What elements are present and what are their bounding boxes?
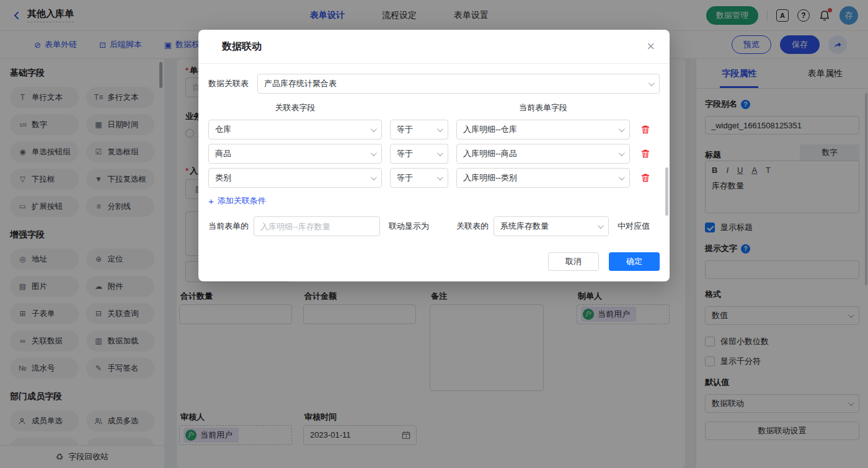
cond-op-select[interactable]: 等于	[390, 144, 448, 164]
suffix-label: 中对应值	[618, 221, 650, 232]
rel-field-select[interactable]: 系统库存数量	[494, 216, 609, 236]
add-condition-link[interactable]: + 添加关联条件	[208, 195, 266, 206]
chevron-down-icon	[437, 126, 443, 132]
chevron-down-icon	[437, 174, 443, 180]
col-right-header: 当前表单字段	[456, 102, 630, 115]
chevron-down-icon	[598, 223, 604, 229]
plus-icon: +	[208, 196, 214, 206]
cond-left-select[interactable]: 类别	[208, 168, 382, 188]
chevron-down-icon	[619, 174, 625, 180]
chevron-down-icon	[619, 150, 625, 156]
delete-condition-button[interactable]	[638, 149, 653, 159]
rel-table-label: 数据关联表	[208, 78, 249, 89]
modal-scrollbar[interactable]	[665, 167, 668, 216]
cancel-button[interactable]: 取消	[548, 252, 599, 271]
close-icon[interactable]: ×	[647, 40, 655, 53]
modal-title: 数据联动	[222, 40, 262, 53]
chevron-down-icon	[437, 150, 443, 156]
trash-icon	[640, 149, 650, 159]
cond-op-select[interactable]: 等于	[390, 120, 448, 139]
chevron-down-icon	[619, 126, 625, 132]
rel-table-select[interactable]: 产品库存统计聚合表	[257, 74, 660, 94]
rel-of-label: 关联表的	[456, 221, 489, 232]
cond-op-select[interactable]: 等于	[390, 168, 448, 188]
chevron-down-icon	[371, 174, 377, 180]
cond-left-select[interactable]: 商品	[208, 144, 382, 164]
display-as-label: 联动显示为	[389, 221, 429, 232]
trash-icon	[640, 173, 650, 183]
cond-right-select[interactable]: 入库明细--类别	[456, 168, 630, 188]
delete-condition-button[interactable]	[638, 173, 653, 183]
confirm-button[interactable]: 确定	[609, 252, 660, 271]
cond-right-select[interactable]: 入库明细--仓库	[456, 120, 630, 139]
trash-icon	[640, 125, 650, 135]
cond-right-select[interactable]: 入库明细--商品	[456, 144, 630, 164]
data-linkage-modal: 数据联动 × 数据关联表 产品库存统计聚合表 关联表字段 当前表单字段 仓库 等…	[198, 30, 670, 281]
chevron-down-icon	[371, 150, 377, 156]
current-field-input[interactable]	[254, 216, 380, 236]
chevron-down-icon	[371, 126, 377, 132]
chevron-down-icon	[649, 80, 655, 86]
current-form-label: 当前表单的	[208, 221, 249, 232]
delete-condition-button[interactable]	[638, 125, 653, 135]
col-left-header: 关联表字段	[208, 102, 382, 115]
cond-left-select[interactable]: 仓库	[208, 120, 382, 139]
